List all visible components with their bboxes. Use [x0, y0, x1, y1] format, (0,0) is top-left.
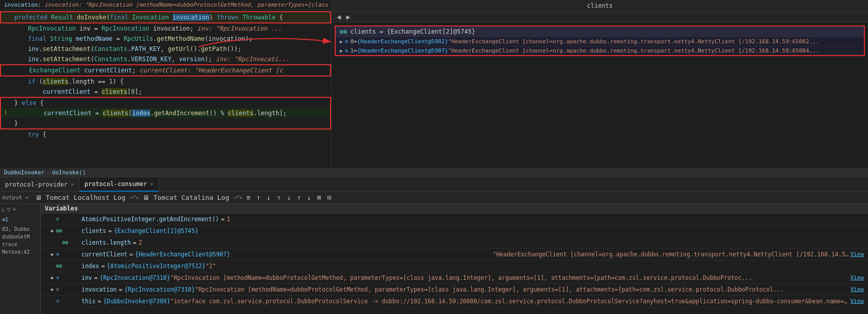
- op-p4: (: [91, 45, 94, 53]
- type-rpcinvocation: RpcInvocation: [28, 25, 76, 32]
- back-button[interactable]: ◀: [336, 13, 342, 21]
- code-line-8: currentClient = clients[0];: [0, 87, 331, 97]
- expand-1-icon[interactable]: ▶: [340, 48, 343, 54]
- op-e4: ());: [227, 45, 241, 53]
- sidebar-filter-btn[interactable]: ▽: [7, 206, 10, 213]
- cc-eq-icon: ≡: [56, 250, 59, 259]
- code-content-9: } else {: [12, 98, 328, 108]
- this-eq-icon: ≡: [56, 297, 59, 306]
- breadcrumb-item-1[interactable]: DubboInvoker: [4, 169, 44, 176]
- forward-button[interactable]: ▶: [345, 13, 351, 21]
- var-this-link[interactable]: View: [851, 297, 864, 306]
- expand-cc-btn[interactable]: ▶: [51, 250, 54, 259]
- index-oo-icon: oo: [56, 261, 62, 271]
- main-vars: Variables ▶ ⊙ AtomicPositiveInteger.getA…: [41, 204, 868, 314]
- code-content-10: currentClient = clients[index.getAndIncr…: [12, 108, 328, 118]
- var-atomic-eq: =: [221, 215, 225, 224]
- type-rpc2: RpcInvocation: [101, 25, 149, 32]
- line-num-10: !: [1, 108, 10, 118]
- code-line-2: RpcInvocation inv = RpcInvocation invoca…: [0, 23, 331, 34]
- var-row-atomic: ▶ ⊙ AtomicPositiveInteger.getAndIncremen…: [41, 214, 868, 225]
- op-eq10: =: [92, 110, 103, 117]
- toolbar-btn-2[interactable]: ↑: [255, 193, 263, 202]
- sidebar-plus-btn[interactable]: +: [12, 206, 16, 213]
- tab-protocol-provider[interactable]: protocol-provider ✕: [0, 177, 79, 192]
- indent-7: [13, 78, 28, 85]
- var-inv-ref: {RpcInvocation@7310}: [100, 273, 170, 282]
- toolbar-sep2: →*✕: [233, 195, 242, 200]
- indent-4: [13, 45, 28, 53]
- tooltip-param: invocation: [4, 2, 38, 8]
- toolbar-btn-7[interactable]: ↓: [305, 193, 313, 202]
- code-line-4: inv.setAttachment(Constants.PATH_KEY, ge…: [0, 44, 331, 54]
- var-invocation-link[interactable]: View: [851, 285, 864, 294]
- op-eq1: =: [354, 47, 357, 54]
- toolbar-btn-4[interactable]: ⇑: [275, 193, 283, 202]
- breadcrumb-item-2[interactable]: doInvoke(): [52, 169, 86, 176]
- breadcrumb: DubboInvoker › doInvoke(): [0, 168, 868, 177]
- sidebar-down-btn[interactable]: ↓: [1, 206, 5, 213]
- var-cllen-name: clients.length: [82, 238, 131, 247]
- toolbar-btn-5[interactable]: ⇓: [285, 193, 293, 202]
- indent-10: [14, 110, 44, 117]
- code-content-5: inv.setAttachment(Constants.VERSION_KEY,…: [11, 54, 329, 64]
- str-truncated: ...: [267, 25, 282, 32]
- code-content-8: currentClient = clients[0];: [11, 87, 329, 97]
- toolbar-btn-6[interactable]: ↑: [295, 193, 303, 202]
- tab-protocol-provider-close[interactable]: ✕: [71, 181, 74, 187]
- code-line-1: protected Result doInvoke(final Invocati…: [0, 11, 331, 23]
- toolbar-output-label: output ←: [2, 194, 29, 201]
- code-content-12: try {: [11, 129, 329, 140]
- type-invocation: Invocation: [132, 14, 172, 21]
- indent-5: [13, 56, 28, 63]
- expand-inv-btn[interactable]: ▶: [51, 273, 54, 282]
- debug-panel: clients ◀ ▶ oo clients = {ExchangeClient…: [331, 0, 868, 168]
- type-constants4: Constants: [94, 45, 127, 53]
- op-p7: (: [35, 78, 42, 85]
- op-close8: ];: [134, 88, 142, 95]
- var-this-ref: {DubboInvoker@7309}: [103, 297, 171, 306]
- var-index-val: "2": [205, 261, 864, 271]
- op-paren: (: [106, 14, 110, 21]
- client-0-val: "HeaderExchangeClient [channel=org.apach…: [448, 38, 809, 45]
- op-dot3: .: [153, 35, 157, 42]
- expand-invocation-btn[interactable]: ▶: [51, 285, 54, 294]
- toolbar-btn-3[interactable]: ↓: [265, 193, 273, 202]
- code-line-10: ! currentClient = clients[index.getAndIn…: [0, 108, 331, 118]
- code-line-12: try {: [0, 129, 331, 140]
- method-getandincrement10: getAndIncrement: [154, 110, 209, 117]
- op-closebrace11: }: [14, 120, 18, 127]
- debug-title: clients: [587, 2, 613, 9]
- var-clients-name: clients: [82, 226, 106, 236]
- toolbar-btn-1[interactable]: ≡: [245, 193, 253, 202]
- indent-8: [13, 88, 43, 95]
- tab-protocol-consumer-close[interactable]: ✕: [150, 181, 153, 187]
- tab-protocol-consumer-label: protocol-consumer: [85, 180, 147, 188]
- tab-protocol-consumer[interactable]: protocol-consumer ✕: [79, 177, 159, 192]
- type-string: String: [50, 35, 76, 42]
- debug-toolbar: ◀ ▶: [332, 12, 868, 22]
- code-line-11: }: [0, 118, 331, 129]
- toolbar-btn-9[interactable]: ⊟: [326, 193, 334, 202]
- sidebar-num: ≡1: [1, 216, 39, 223]
- toolbar-tomcat-local[interactable]: 🖥 Tomcat Localhost Log: [33, 193, 127, 202]
- toolbar-tomcat-catalina[interactable]: 🖥 Tomcat Catalina Log: [141, 193, 231, 202]
- expand-clients-btn[interactable]: ▶: [51, 226, 54, 236]
- var-inv5: inv: [28, 56, 39, 63]
- vars-label: Variables: [45, 205, 78, 212]
- expand-0-icon[interactable]: ▶: [340, 39, 343, 44]
- code-line-5: inv.setAttachment(Constants.VERSION_KEY,…: [0, 54, 331, 64]
- code-content-2: RpcInvocation inv = RpcInvocation invoca…: [11, 23, 329, 34]
- op-eq3: =: [113, 35, 124, 42]
- client-1-more: ...: [809, 47, 819, 54]
- clients-header-text: clients = {ExchangeClient[2]@5745}: [350, 28, 475, 35]
- code-content-11: }: [12, 118, 328, 128]
- var-cc-link[interactable]: View: [851, 250, 864, 259]
- method-doinvoke: doInvoke: [77, 14, 106, 21]
- invocation-p-icon: ⊙: [56, 285, 59, 294]
- toolbar-btn-8[interactable]: ⊞: [315, 193, 323, 202]
- var-inv-link[interactable]: View: [851, 273, 864, 282]
- var-clients-indent: ▶ oo: [41, 226, 82, 236]
- op-c4: ,: [160, 45, 168, 53]
- op-g4: ().: [190, 45, 201, 53]
